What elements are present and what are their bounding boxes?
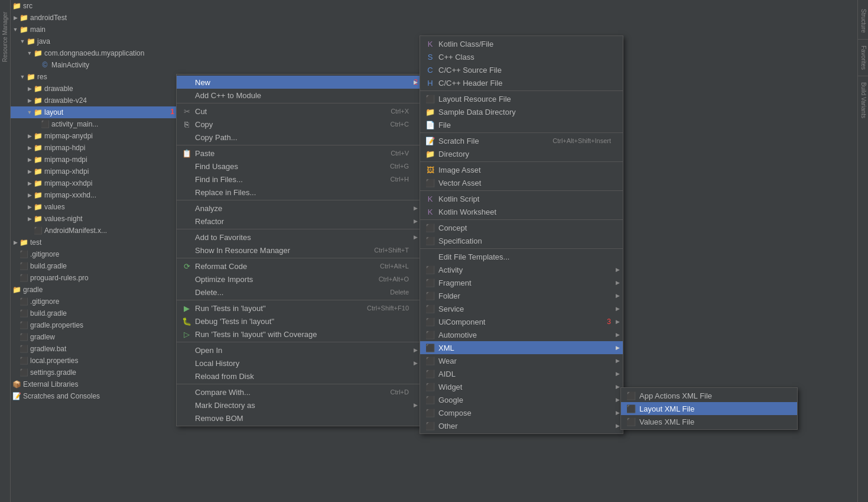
- menu-item-refactor[interactable]: Refactor: [177, 215, 421, 228]
- tree-item-mipmap-xxhdpi[interactable]: ▶ 📁 mipmap-xxhdpi: [0, 177, 177, 189]
- structure-tab[interactable]: Structure: [858, 3, 868, 40]
- tree-item-mainactivity[interactable]: ▶ © MainActivity: [0, 59, 177, 71]
- menu-item-image-asset[interactable]: 🖼 Image Asset: [420, 163, 623, 176]
- tree-item-proguard[interactable]: ▶ ⬛ proguard-rules.pro: [0, 272, 177, 284]
- menu-item-cpp-class[interactable]: S C++ Class: [420, 50, 623, 63]
- menu-item-analyze[interactable]: Analyze: [177, 202, 421, 215]
- menu-item-sample-data[interactable]: 📁 Sample Data Directory: [420, 105, 623, 118]
- menu-item-layout-xml[interactable]: ⬛ Layout XML File: [621, 402, 797, 415]
- cpp-header-icon: H: [425, 79, 435, 88]
- menu-item-replace-in-files[interactable]: Replace in Files...: [177, 186, 421, 199]
- tree-item-drawable-v24[interactable]: ▶ 📁 drawable-v24: [0, 95, 177, 106]
- tree-item-mipmap-xxxhdpi[interactable]: ▶ 📁 mipmap-xxxhd...: [0, 189, 177, 201]
- menu-item-add-favorites[interactable]: Add to Favorites: [177, 231, 421, 244]
- menu-item-delete[interactable]: Delete... Delete: [177, 286, 421, 299]
- menu-item-folder[interactable]: ⬛ Folder: [420, 289, 623, 302]
- tree-item-activity-main[interactable]: ▶ ⬛ activity_main...: [0, 118, 177, 130]
- tree-item-values-night[interactable]: ▶ 📁 values-night: [0, 213, 177, 225]
- tree-item-gradlew-bat[interactable]: ▶ ⬛ gradlew.bat: [0, 343, 177, 355]
- tree-item-androidtest[interactable]: ▶ 📁 androidTest: [0, 12, 177, 24]
- tree-item-gitignore[interactable]: ▶ ⬛ .gitignore: [0, 248, 177, 260]
- folder-icon-gradle: 📁: [12, 284, 21, 295]
- menu-item-service[interactable]: ⬛ Service: [420, 302, 623, 315]
- tree-item-gitignore2[interactable]: ▶ ⬛ .gitignore: [0, 296, 177, 307]
- menu-item-edit-templates[interactable]: Edit File Templates...: [420, 250, 623, 263]
- menu-item-paste[interactable]: 📋 Paste Ctrl+V: [177, 147, 421, 160]
- menu-item-aidl[interactable]: ⬛ AIDL: [420, 367, 623, 380]
- menu-item-activity[interactable]: ⬛ Activity: [420, 263, 623, 276]
- tree-item-gradle[interactable]: ▶ 📁 gradle: [0, 284, 177, 296]
- tree-item-mipmap-hdpi[interactable]: ▶ 📁 mipmap-hdpi: [0, 142, 177, 154]
- menu-item-local-history[interactable]: Local History: [177, 357, 421, 370]
- folder-icon-mipmap-hdpi: 📁: [33, 142, 43, 153]
- menu-item-xml[interactable]: ⬛ XML: [420, 341, 623, 354]
- tree-item-main[interactable]: ▼ 📁 main: [0, 24, 177, 35]
- app-actions-xml-icon: ⬛: [626, 391, 636, 400]
- menu-item-widget[interactable]: ⬛ Widget: [420, 380, 623, 393]
- menu-item-directory[interactable]: 📁 Directory: [420, 147, 623, 160]
- menu-item-compare-with[interactable]: Compare With... Ctrl+D: [177, 386, 421, 399]
- menu-item-copy[interactable]: ⎘ Copy Ctrl+C: [177, 118, 421, 131]
- menu-item-concept[interactable]: ⬛ Concept: [420, 221, 623, 234]
- menu-item-open-in[interactable]: Open In: [177, 344, 421, 357]
- menu-item-new[interactable]: New 2: [177, 76, 421, 89]
- separator-new-2: [420, 132, 623, 133]
- menu-item-vector-asset[interactable]: ⬛ Vector Asset: [420, 176, 623, 189]
- tree-item-layout[interactable]: ▼ 📁 layout 1: [0, 106, 177, 118]
- tree-item-build-gradle2[interactable]: ▶ ⬛ build.gradle: [0, 307, 177, 319]
- menu-item-cpp-header[interactable]: H C/C++ Header File: [420, 76, 623, 89]
- menu-item-kotlin-script[interactable]: K Kotlin Script: [420, 192, 623, 205]
- tree-item-drawable[interactable]: ▶ 📁 drawable: [0, 83, 177, 95]
- favorites-tab[interactable]: Favorites: [858, 40, 868, 76]
- tree-item-res[interactable]: ▼ 📁 res: [0, 71, 177, 83]
- menu-item-values-xml[interactable]: ⬛ Values XML File: [621, 415, 797, 428]
- menu-item-cut[interactable]: ✂ Cut Ctrl+X: [177, 105, 421, 118]
- build-variants-tab[interactable]: Build Variants: [858, 76, 868, 124]
- menu-item-app-actions-xml[interactable]: ⬛ App Actions XML File: [621, 389, 797, 402]
- menu-item-add-cpp[interactable]: Add C++ to Module: [177, 89, 421, 102]
- menu-item-wear[interactable]: ⬛ Wear: [420, 354, 623, 367]
- tree-item-scratches[interactable]: ▶ 📝 Scratches and Consoles: [0, 390, 177, 402]
- tree-item-package[interactable]: ▼ 📁 com.dongnaoedu.myapplication: [0, 47, 177, 59]
- menu-item-automotive[interactable]: ⬛ Automotive: [420, 328, 623, 341]
- menu-item-debug-tests[interactable]: 🐛 Debug 'Tests in 'layout'': [177, 315, 421, 328]
- menu-item-uicomponent[interactable]: ⬛ UiComponent 3: [420, 315, 623, 328]
- menu-item-find-usages[interactable]: Find Usages Ctrl+G: [177, 160, 421, 173]
- tree-item-gradlew[interactable]: ▶ ⬛ gradlew: [0, 331, 177, 343]
- menu-item-compose[interactable]: ⬛ Compose: [420, 406, 623, 419]
- tree-item-values[interactable]: ▶ 📁 values: [0, 201, 177, 213]
- menu-item-run-tests[interactable]: ▶ Run 'Tests in 'layout'' Ctrl+Shift+F10: [177, 302, 421, 315]
- tree-item-gradle-props[interactable]: ▶ ⬛ gradle.properties: [0, 319, 177, 331]
- menu-item-reformat-code[interactable]: ⟳ Reformat Code Ctrl+Alt+L: [177, 260, 421, 273]
- tree-item-settings-gradle[interactable]: ▶ ⬛ settings.gradle: [0, 367, 177, 378]
- menu-item-show-resource-manager[interactable]: Show In Resource Manager Ctrl+Shift+T: [177, 244, 421, 257]
- menu-item-layout-resource[interactable]: ⬛ Layout Resource File: [420, 92, 623, 105]
- menu-item-copy-path[interactable]: Copy Path...: [177, 131, 421, 144]
- tree-item-build-gradle[interactable]: ▶ ⬛ build.gradle: [0, 260, 177, 272]
- tree-item-src[interactable]: ▼ 📁 src: [0, 0, 177, 12]
- menu-item-remove-bom[interactable]: Remove BOM: [177, 412, 421, 425]
- tree-item-mipmap-xhdpi[interactable]: ▶ 📁 mipmap-xhdpi: [0, 166, 177, 177]
- menu-item-find-in-files[interactable]: Find in Files... Ctrl+H: [177, 173, 421, 186]
- tree-item-test[interactable]: ▶ 📁 test: [0, 237, 177, 248]
- menu-item-kotlin-worksheet[interactable]: K Kotlin Worksheet: [420, 205, 623, 218]
- menu-item-file[interactable]: 📄 File: [420, 118, 623, 131]
- tree-item-external-libs[interactable]: ▶ 📦 External Libraries: [0, 378, 177, 390]
- tree-item-androidmanifest[interactable]: ▶ ⬛ AndroidManifest.x...: [0, 225, 177, 237]
- resource-manager-tab[interactable]: Resource Manager: [2, 12, 8, 62]
- menu-item-specification[interactable]: ⬛ Specification: [420, 234, 623, 247]
- tree-item-mipmap-anydpi[interactable]: ▶ 📁 mipmap-anydpi: [0, 130, 177, 142]
- tree-item-mipmap-mdpi[interactable]: ▶ 📁 mipmap-mdpi: [0, 154, 177, 166]
- menu-item-optimize-imports[interactable]: Optimize Imports Ctrl+Alt+O: [177, 273, 421, 286]
- menu-item-scratch-file[interactable]: 📝 Scratch File Ctrl+Alt+Shift+Insert: [420, 134, 623, 147]
- menu-item-kotlin-class[interactable]: K Kotlin Class/File: [420, 37, 623, 50]
- menu-item-fragment[interactable]: ⬛ Fragment: [420, 276, 623, 289]
- menu-item-cpp-source[interactable]: C C/C++ Source File: [420, 63, 623, 76]
- menu-item-mark-directory[interactable]: Mark Directory as: [177, 399, 421, 412]
- tree-item-local-props[interactable]: ▶ ⬛ local.properties: [0, 355, 177, 367]
- menu-item-run-coverage[interactable]: ▷ Run 'Tests in 'layout'' with Coverage: [177, 328, 421, 341]
- menu-item-google[interactable]: ⬛ Google: [420, 393, 623, 406]
- menu-item-other[interactable]: ⬛ Other: [420, 419, 623, 432]
- tree-item-java[interactable]: ▼ 📁 java: [0, 35, 177, 47]
- menu-item-reload-disk[interactable]: Reload from Disk: [177, 370, 421, 383]
